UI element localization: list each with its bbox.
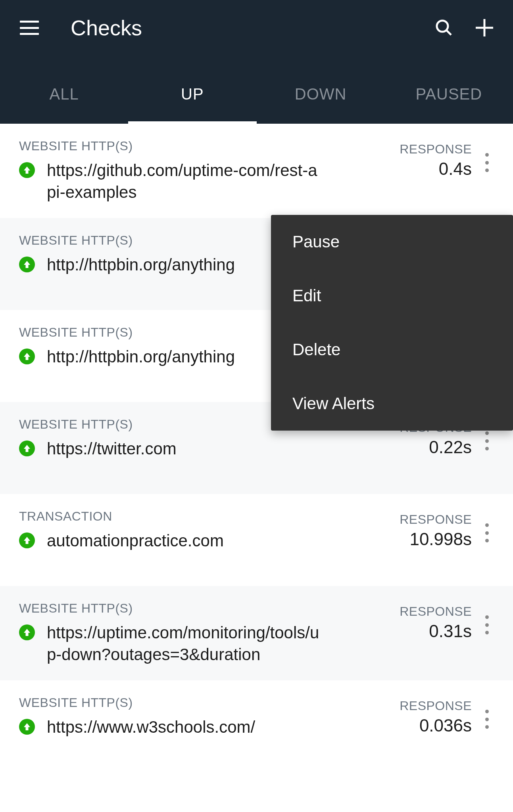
- tab-up[interactable]: UP: [128, 85, 256, 124]
- check-url: https://uptime.com/monitoring/tools/up-d…: [47, 622, 325, 665]
- response-value: 0.4s: [439, 159, 472, 179]
- menu-edit[interactable]: Edit: [271, 269, 513, 323]
- check-item[interactable]: WEBSITE HTTP(S) https://www.w3schools.co…: [0, 680, 513, 772]
- app-header: Checks ALL UP DOWN PAUSED: [0, 0, 513, 124]
- check-main: WEBSITE HTTP(S) https://github.com/uptim…: [19, 139, 400, 203]
- status-up-icon: [19, 624, 35, 640]
- response-label: RESPONSE: [400, 512, 472, 527]
- tab-all[interactable]: ALL: [0, 85, 128, 124]
- svg-line-1: [446, 30, 451, 35]
- check-main: WEBSITE HTTP(S) https://www.w3schools.co…: [19, 695, 400, 738]
- check-url-row: automationpractice.com: [19, 530, 400, 552]
- response-label: RESPONSE: [400, 604, 472, 619]
- check-url-row: https://www.w3schools.com/: [19, 716, 400, 738]
- check-url-row: https://uptime.com/monitoring/tools/up-d…: [19, 622, 400, 665]
- more-options-icon[interactable]: [480, 429, 494, 453]
- check-item[interactable]: WEBSITE HTTP(S) https://uptime.com/monit…: [0, 586, 513, 680]
- menu-icon[interactable]: [20, 18, 39, 37]
- header-top-row: Checks: [0, 0, 513, 56]
- svg-point-0: [437, 21, 448, 32]
- response-value: 0.036s: [419, 716, 472, 735]
- more-options-icon[interactable]: [480, 521, 494, 545]
- check-response: RESPONSE 0.4s: [400, 142, 472, 179]
- check-response: RESPONSE 0.31s: [400, 604, 472, 641]
- check-url: http://httpbin.org/anything: [47, 346, 235, 368]
- response-label: RESPONSE: [400, 699, 472, 713]
- response-label: RESPONSE: [400, 142, 472, 157]
- check-main: WEBSITE HTTP(S) https://uptime.com/monit…: [19, 601, 400, 665]
- check-url: https://github.com/uptime-com/rest-api-e…: [47, 160, 325, 203]
- status-up-icon: [19, 349, 35, 364]
- response-value: 0.31s: [429, 621, 472, 641]
- check-type: TRANSACTION: [19, 509, 400, 524]
- check-item[interactable]: WEBSITE HTTP(S) https://github.com/uptim…: [0, 124, 513, 218]
- context-menu: Pause Edit Delete View Alerts: [271, 215, 513, 431]
- check-main: TRANSACTION automationpractice.com: [19, 509, 400, 552]
- filter-tabs: ALL UP DOWN PAUSED: [0, 56, 513, 124]
- search-icon[interactable]: [434, 18, 453, 37]
- add-icon[interactable]: [476, 19, 493, 36]
- check-url: http://httpbin.org/anything: [47, 254, 235, 276]
- more-options-icon[interactable]: [480, 613, 494, 637]
- check-item[interactable]: TRANSACTION automationpractice.com RESPO…: [0, 494, 513, 586]
- status-up-icon: [19, 162, 35, 178]
- check-url-row: https://github.com/uptime-com/rest-api-e…: [19, 160, 400, 203]
- check-url: https://www.w3schools.com/: [47, 716, 255, 738]
- check-type: WEBSITE HTTP(S): [19, 695, 400, 710]
- tab-paused[interactable]: PAUSED: [385, 85, 513, 124]
- menu-pause[interactable]: Pause: [271, 215, 513, 269]
- menu-delete[interactable]: Delete: [271, 323, 513, 377]
- status-up-icon: [19, 257, 35, 272]
- status-up-icon: [19, 532, 35, 548]
- menu-view-alerts[interactable]: View Alerts: [271, 377, 513, 431]
- status-up-icon: [19, 440, 35, 456]
- check-url: https://twitter.com: [47, 438, 177, 460]
- tab-down[interactable]: DOWN: [257, 85, 385, 124]
- check-response: RESPONSE 10.998s: [400, 512, 472, 549]
- page-title: Checks: [71, 15, 434, 40]
- response-value: 0.22s: [429, 437, 472, 457]
- more-options-icon[interactable]: [480, 151, 494, 174]
- check-type: WEBSITE HTTP(S): [19, 139, 400, 153]
- status-up-icon: [19, 719, 35, 735]
- check-type: WEBSITE HTTP(S): [19, 601, 400, 616]
- check-url: automationpractice.com: [47, 530, 224, 552]
- check-response: RESPONSE 0.036s: [400, 699, 472, 735]
- response-value: 10.998s: [409, 529, 472, 549]
- check-url-row: https://twitter.com: [19, 438, 400, 460]
- header-actions: [434, 18, 493, 37]
- more-options-icon[interactable]: [480, 707, 494, 731]
